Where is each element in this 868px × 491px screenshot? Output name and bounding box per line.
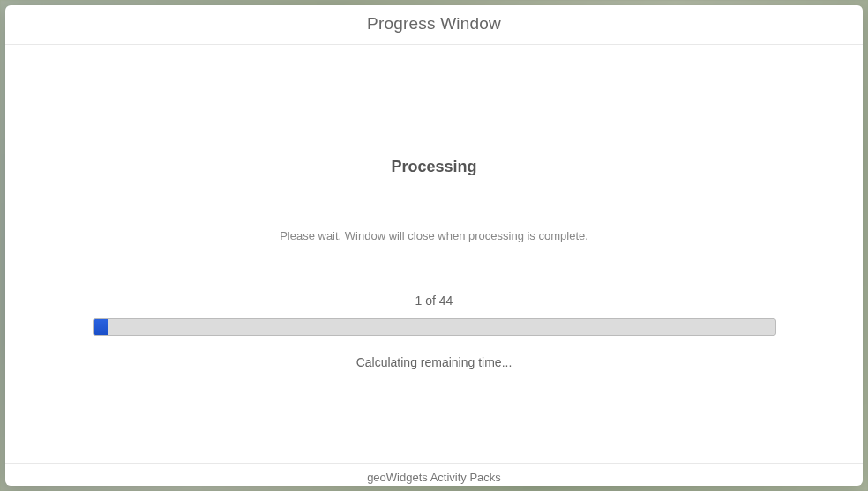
progress-bar [93,318,776,336]
wait-message: Please wait. Window will close when proc… [280,229,588,242]
modal-overlay: Progress Window Processing Please wait. … [0,0,868,491]
progress-bar-fill [94,319,109,335]
footer-text: geoWidgets Activity Packs [5,471,863,484]
time-remaining: Calculating remaining time... [356,355,513,369]
window-title: Progress Window [5,14,863,33]
progress-count: 1 of 44 [415,294,453,308]
processing-heading: Processing [391,158,476,176]
window-header: Progress Window [5,5,863,45]
progress-window: Progress Window Processing Please wait. … [5,5,863,486]
window-body: Processing Please wait. Window will clos… [5,45,863,463]
window-footer: geoWidgets Activity Packs [5,463,863,486]
